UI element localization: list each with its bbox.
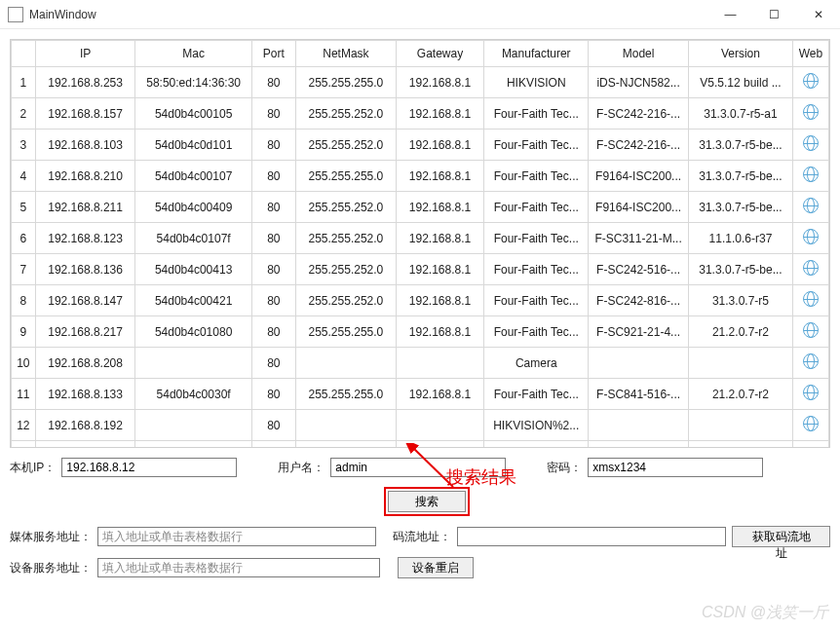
cell-web [792,67,828,98]
close-button[interactable]: ✕ [796,0,840,28]
cell-mac: 54d0b4c0030f [135,379,251,410]
stream-addr-input[interactable] [457,527,726,546]
table-row[interactable]: 3192.168.8.10354d0b4c0d10180255.255.252.… [12,130,829,161]
col-version[interactable]: Version [689,41,793,67]
globe-icon[interactable] [803,167,819,182]
cell-manufacturer: Camera [484,348,589,379]
col-mac[interactable]: Mac [135,41,251,67]
cell-gateway: 192.168.8.1 [396,285,483,316]
table-row[interactable]: 6192.168.8.12354d0b4c0107f80255.255.252.… [12,223,829,254]
cell-manufacturer: Four-Faith Tec... [484,192,589,223]
row-number: 7 [12,254,36,285]
device-addr-label: 设备服务地址： [10,560,92,576]
globe-icon[interactable] [803,73,819,89]
cell-mac: 54d0b4c0d101 [135,130,251,161]
window-controls: — ☐ ✕ [708,0,840,28]
globe-icon[interactable] [803,353,819,369]
cell-ip: 192.168.8.210 [35,161,135,192]
media-addr-input[interactable] [97,527,376,546]
row-number: 6 [12,223,36,254]
col-ip[interactable]: IP [35,41,135,67]
globe-icon[interactable] [803,135,819,151]
globe-icon[interactable] [803,385,819,400]
table-row[interactable]: 2192.168.8.15754d0b4c0010580255.255.252.… [12,98,829,130]
row-number: 1 [12,67,36,98]
search-button[interactable]: 搜索 [388,491,466,512]
cell-version [689,410,793,441]
table-row[interactable]: 13192.168.8.19380Dahua [12,441,829,448]
col-model[interactable]: Model [589,41,689,67]
table-row[interactable]: 5192.168.8.21154d0b4c0040980255.255.252.… [12,192,829,223]
cell-netmask: 255.255.255.0 [295,379,396,410]
device-table: IP Mac Port NetMask Gateway Manufacturer… [11,40,829,447]
cell-model: F-SC242-816-... [589,285,689,316]
table-row[interactable]: 1192.168.8.25358:50:ed:14:36:3080255.255… [12,67,829,98]
device-addr-input[interactable] [97,558,380,577]
table-row[interactable]: 11192.168.8.13354d0b4c0030f80255.255.255… [12,379,829,410]
username-input[interactable] [330,458,506,477]
cell-port: 80 [251,285,295,316]
minimize-button[interactable]: — [708,0,752,28]
globe-icon[interactable] [803,260,819,276]
cell-port: 80 [251,379,295,410]
globe-icon[interactable] [803,291,819,307]
table-scroll[interactable]: IP Mac Port NetMask Gateway Manufacturer… [11,40,829,447]
cell-port: 80 [251,441,295,448]
cell-netmask: 255.255.252.0 [295,223,396,254]
cell-mac: 54d0b4c00105 [135,98,251,130]
cell-gateway [396,348,483,379]
cell-model: F9164-ISC200... [589,161,689,192]
table-row[interactable]: 4192.168.8.21054d0b4c0010780255.255.255.… [12,161,829,192]
cell-mac: 54d0b4c00107 [135,161,251,192]
cell-model: F-SC242-516-... [589,254,689,285]
credentials-row: 本机IP： 用户名： 密码： [10,458,830,477]
globe-icon[interactable] [803,416,819,431]
cell-mac: 54d0b4c00421 [135,285,251,316]
cell-model: F-SC311-21-M... [589,223,689,254]
cell-gateway [396,441,483,448]
globe-icon[interactable] [803,229,819,244]
maximize-button[interactable]: ☐ [752,0,796,28]
table-row[interactable]: 7192.168.8.13654d0b4c0041380255.255.252.… [12,254,829,285]
cell-web [792,285,828,316]
col-web[interactable]: Web [792,41,828,67]
search-row: 搜索 [10,487,830,516]
globe-icon[interactable] [803,198,819,213]
cell-gateway [396,410,483,441]
cell-web [792,254,828,285]
col-gateway[interactable]: Gateway [396,41,483,67]
cell-model: iDS-NJCN582... [589,67,689,98]
media-row: 媒体服务地址： 码流地址： 获取码流地址 [10,526,830,547]
col-manufacturer[interactable]: Manufacturer [484,41,589,67]
col-netmask[interactable]: NetMask [295,41,396,67]
cell-model: F-SC841-516-... [589,379,689,410]
table-row[interactable]: 10192.168.8.20880Camera [12,348,829,379]
globe-icon[interactable] [803,104,819,120]
col-port[interactable]: Port [251,41,295,67]
cell-port: 80 [251,316,295,348]
get-stream-button[interactable]: 获取码流地址 [732,526,830,547]
cell-netmask [295,410,396,441]
cell-port: 80 [251,67,295,98]
password-input[interactable] [588,458,763,477]
cell-version: 31.3.0.7-r5-a1 [689,98,793,130]
local-ip-input[interactable] [61,458,237,477]
cell-mac: 58:50:ed:14:36:30 [135,67,251,98]
cell-web [792,192,828,223]
reboot-button[interactable]: 设备重启 [398,557,474,578]
cell-model [589,410,689,441]
cell-ip: 192.168.8.208 [35,348,135,379]
cell-web [792,316,828,348]
media-addr-label: 媒体服务地址： [10,529,92,545]
cell-netmask: 255.255.252.0 [295,192,396,223]
globe-icon[interactable] [803,322,819,338]
table-row[interactable]: 12192.168.8.19280HIKVISION%2... [12,410,829,441]
table-row[interactable]: 9192.168.8.21754d0b4c0108080255.255.255.… [12,316,829,348]
cell-netmask: 255.255.255.0 [295,161,396,192]
row-number: 9 [12,316,36,348]
cell-ip: 192.168.8.217 [35,316,135,348]
cell-ip: 192.168.8.136 [35,254,135,285]
table-row[interactable]: 8192.168.8.14754d0b4c0042180255.255.252.… [12,285,829,316]
device-table-container: IP Mac Port NetMask Gateway Manufacturer… [10,39,830,448]
cell-manufacturer: Four-Faith Tec... [484,285,589,316]
